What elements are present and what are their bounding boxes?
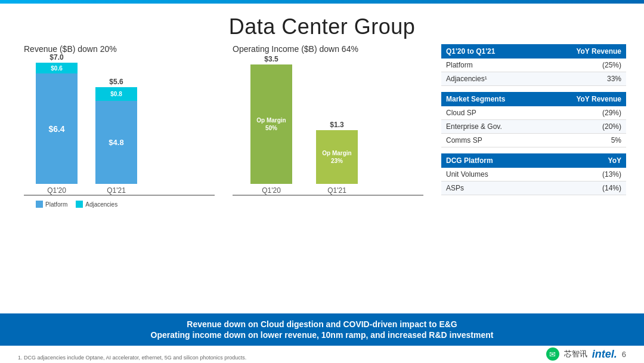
revenue-q120-platform: $6.4 <box>36 73 78 184</box>
page-number: 6 <box>622 350 626 359</box>
revenue-q120-total: $7.0 <box>49 53 63 61</box>
opincome-q120-bar: Op Margin50% <box>250 64 292 184</box>
table-row: Comms SP 5% <box>441 134 626 147</box>
footer: 1. DCG adjacencies include Optane, AI ac… <box>0 346 644 363</box>
revenue-q121-adj: $0.8 <box>95 87 137 101</box>
legend-platform-label: Platform <box>45 201 67 208</box>
revenue-q120-stack: $0.6 $6.4 <box>36 63 78 184</box>
opincome-q120-label: Q1'20 <box>262 186 281 195</box>
legend-platform-swatch <box>36 201 43 208</box>
table3-row1-value: (13%) <box>564 168 626 182</box>
table1-row2-value: 33% <box>537 72 626 86</box>
table3-col1-header: DCG Platform <box>441 153 564 168</box>
slide-title: Data Center Group <box>0 14 644 39</box>
opincome-bar-chart: $3.5 Op Margin50% Q1'20 $1.3 Op Margin23… <box>233 59 423 313</box>
revenue-bar-q120: $7.0 $0.6 $6.4 Q1'20 <box>36 53 78 195</box>
table1-row1-value: (25%) <box>537 59 626 72</box>
table3-row2-value: (14%) <box>564 182 626 195</box>
table2-row2-name: Enterprise & Gov. <box>441 120 544 134</box>
bottom-insights: Revenue down on Cloud digestion and COVI… <box>0 313 644 346</box>
revenue-chart-title: Revenue ($B) down 20% <box>24 44 117 54</box>
table-row: ASPs (14%) <box>441 182 626 195</box>
table1-col2-header: YoY Revenue <box>537 44 626 59</box>
table1-row2-name: Adjacencies¹ <box>441 72 537 86</box>
opincome-q121-total: $1.3 <box>330 121 343 129</box>
revenue-q120-label: Q1'20 <box>47 186 66 195</box>
revenue-q121-total: $5.6 <box>109 78 123 86</box>
revenue-q121-label: Q1'21 <box>107 186 126 195</box>
table-row: Cloud SP (29%) <box>441 106 626 120</box>
footer-right: ✉ 芯智讯 intel. 6 <box>546 347 626 361</box>
opincome-q121-bar: Op Margin23% <box>316 130 358 184</box>
table2-row3-name: Comms SP <box>441 134 544 147</box>
revenue-q121-stack: $0.8 $4.8 <box>95 87 137 184</box>
table2-col1-header: Market Segments <box>441 92 544 106</box>
charts-area: Revenue ($B) down 20% $7.0 $0.6 $6.4 Q1'… <box>18 44 429 313</box>
revenue-q120-adj: $0.6 <box>36 63 78 73</box>
revenue-chart-block: Revenue ($B) down 20% $7.0 $0.6 $6.4 Q1'… <box>18 44 221 313</box>
table2-row2-value: (20%) <box>544 120 626 134</box>
legend-adj-label: Adjacencies <box>85 201 117 208</box>
opincome-q120-total: $3.5 <box>264 55 278 63</box>
slide: Data Center Group Revenue ($B) down 20% … <box>0 0 644 363</box>
revenue-bars-container: $7.0 $0.6 $6.4 Q1'20 $5.6 $0.8 <box>24 59 215 196</box>
table2-col2-header: YoY Revenue <box>544 92 626 106</box>
opincome-chart-title: Operating Income ($B) down 64% <box>233 44 358 54</box>
wechat-label: 芯智讯 <box>564 349 587 359</box>
opincome-bar-q120: $3.5 Op Margin50% Q1'20 <box>250 55 292 195</box>
table1-row1-name: Platform <box>441 59 537 72</box>
bottom-line1: Revenue down on Cloud digestion and COVI… <box>187 319 457 329</box>
tables-area: Q1'20 to Q1'21 YoY Revenue Platform (25%… <box>441 44 626 313</box>
title-area: Data Center Group <box>0 4 644 44</box>
opincome-bars-container: $3.5 Op Margin50% Q1'20 $1.3 Op Margin23… <box>233 59 423 196</box>
main-content: Revenue ($B) down 20% $7.0 $0.6 $6.4 Q1'… <box>0 44 644 313</box>
opincome-q121-margin: Op Margin23% <box>322 149 351 165</box>
intel-logo: intel. <box>592 348 617 361</box>
table1-col1-header: Q1'20 to Q1'21 <box>441 44 537 59</box>
table2-row3-value: 5% <box>544 134 626 147</box>
table-q1-yoy: Q1'20 to Q1'21 YoY Revenue Platform (25%… <box>441 44 626 86</box>
table-row: Unit Volumes (13%) <box>441 168 626 182</box>
table3-col2-header: YoY <box>564 153 626 168</box>
opincome-chart-block: Operating Income ($B) down 64% $3.5 Op M… <box>227 44 429 313</box>
table2-row1-value: (29%) <box>544 106 626 120</box>
table-row: Adjacencies¹ 33% <box>441 72 626 86</box>
table-market-segments: Market Segments YoY Revenue Cloud SP (29… <box>441 92 626 147</box>
table-dcg-platform: DCG Platform YoY Unit Volumes (13%) ASPs… <box>441 153 626 195</box>
legend-adjacencies: Adjacencies <box>76 201 117 208</box>
wechat-icon: ✉ <box>546 347 559 361</box>
table3-row2-name: ASPs <box>441 182 564 195</box>
footer-note: 1. DCG adjacencies include Optane, AI ac… <box>18 355 546 361</box>
revenue-bar-chart: $7.0 $0.6 $6.4 Q1'20 $5.6 $0.8 <box>24 59 215 313</box>
legend-platform: Platform <box>36 201 67 208</box>
revenue-legend: Platform Adjacencies <box>24 201 215 208</box>
table2-row1-name: Cloud SP <box>441 106 544 120</box>
legend-adj-swatch <box>76 201 83 208</box>
opincome-bar-q121: $1.3 Op Margin23% Q1'21 <box>316 121 358 195</box>
table-row: Platform (25%) <box>441 59 626 72</box>
bottom-line2: Operating income down on lower revenue, … <box>151 330 494 340</box>
table-row: Enterprise & Gov. (20%) <box>441 120 626 134</box>
table3-row1-name: Unit Volumes <box>441 168 564 182</box>
opincome-q121-label: Q1'21 <box>327 186 346 195</box>
revenue-q121-platform: $4.8 <box>95 101 137 184</box>
opincome-q120-margin: Op Margin50% <box>256 116 286 132</box>
revenue-bar-q121: $5.6 $0.8 $4.8 Q1'21 <box>95 78 137 195</box>
